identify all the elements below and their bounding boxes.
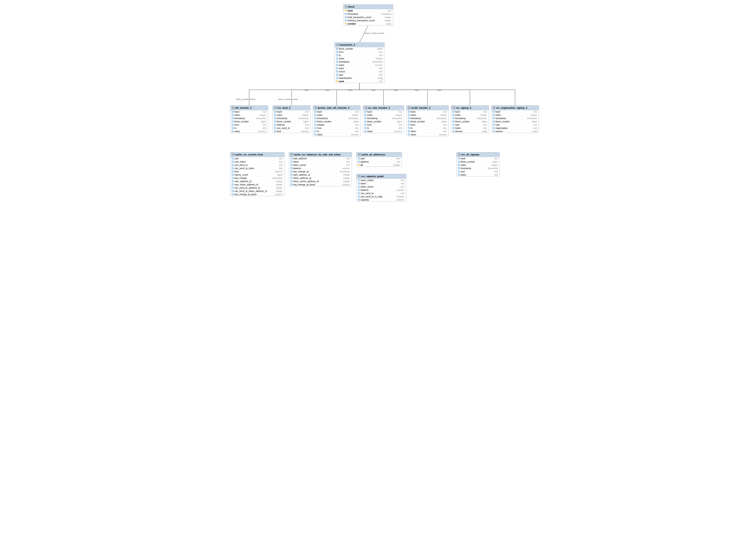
column-name: number [345,22,356,25]
svg-rect-106 [232,190,234,192]
field-icon [408,117,410,119]
table-row: balancenumeric [289,167,352,170]
table-header-eth_transfer_2: eth_transfer_2 [230,106,268,110]
column-type: text [494,174,498,176]
column-type: text [279,164,283,166]
column-type: text [279,157,283,160]
table-row: block_numberbigint [273,120,310,123]
column-type: text [346,161,350,163]
table-row: token_holdertext [356,179,406,182]
field-icon [336,54,338,56]
table-row: inputtext [335,67,384,70]
svg-rect-32 [336,74,338,76]
column-name: user_address_id [232,180,251,183]
table-title-cache_all_addresses: cache_all_addresses [361,153,385,156]
column-name-text: can_send_to_token_address_id [234,190,267,192]
column-type: text [399,124,402,126]
table-row: tokentext [457,173,500,176]
column-name-text: token [461,174,466,176]
table-row: fromtext [335,50,384,54]
pk-icon [345,23,347,25]
table-row: timestamptimestamp [230,117,268,120]
column-name-text: index [277,114,282,116]
column-name: user_token_address_id [232,183,258,186]
field-icon [290,174,293,176]
column-name-text: classification [339,77,352,79]
column-name: block_number [232,120,249,123]
field-icon [290,167,293,169]
table-title-crc_signup_2: crc_signup_2 [456,107,471,109]
table-row: typetext [335,73,384,77]
column-name: timestamp [232,117,245,120]
column-name: balance [358,189,369,191]
column-name-text: from [234,124,239,126]
table-row: valuenumeric [313,133,360,136]
table-row: F hashtext [313,110,360,114]
column-type: numeric [351,134,359,136]
svg-point-119 [358,164,359,165]
column-name-text: nonce [339,70,345,73]
column-name: nonce [336,70,345,73]
table-row: capacitynumeric [356,198,406,201]
column-name-text: index [455,114,461,116]
table-row: block_numberbigint [230,120,268,123]
column-name-text: limit [277,130,281,133]
table-transaction_2: transaction_2 F block_numberbigint fromt… [335,42,385,83]
column-type: text [263,124,266,126]
svg-rect-134 [458,171,460,172]
column-name-text: can_send_to_address_id [234,187,260,189]
table-row: usertext [230,157,284,160]
column-name: limit [274,130,281,133]
svg-rect-128 [358,196,360,197]
svg-rect-86 [453,127,454,129]
column-name: to [232,127,236,129]
table-title-transaction_2: transaction_2 [340,43,355,46]
column-name-text: value [339,64,344,66]
column-type: text [401,179,404,182]
svg-rect-56 [314,114,316,116]
fk-icon: F [408,111,410,113]
column-name: type [336,74,343,76]
column-type: text [305,127,309,129]
column-type: text [443,130,447,133]
table-row: valuenumeric [230,130,268,133]
table-row: totext [313,130,360,133]
column-type: integer [376,57,383,60]
column-name-text: last_change [234,177,247,179]
svg-rect-61 [314,130,316,132]
column-type: bigint [493,161,498,163]
svg-rect-104 [232,184,234,186]
field-icon [336,61,338,63]
svg-text:F: F [453,111,454,113]
table-row: last_change_at_blocknumeric [230,193,284,196]
svg-rect-127 [358,192,360,194]
svg-rect-87 [453,130,454,132]
column-name-text: block_number [455,120,470,123]
field-icon [358,179,360,181]
field-icon [345,13,347,15]
column-name: token [452,127,461,129]
field-icon [314,124,316,126]
svg-rect-28 [336,61,338,63]
field-icon [232,167,234,169]
column-type: numeric [275,193,283,196]
column-type: timestamp [527,117,537,120]
table-crc_signup_2: crc_signup_2 F hashtext indexinteger tim… [451,105,489,133]
grid-icon [274,107,277,109]
column-name: value [408,133,416,136]
table-row: indexinteger [313,114,360,117]
fk-icon: F [336,48,338,50]
column-type: bigint [353,120,359,123]
table-header-crc_hub_transfer_2: crc_hub_transfer_2 [363,106,404,110]
table-row: F hashtext [406,110,448,114]
svg-rect-124 [358,183,360,184]
table-row: numberbigint [343,22,393,25]
column-type: text [355,127,359,129]
table-header-gnosis_safe_eth_transfer_2: gnosis_safe_eth_transfer_2 [313,106,360,110]
column-name-text: hash [411,110,416,113]
table-row: indexinteger [230,114,268,117]
fk-icon: F [232,111,234,113]
column-type: bigint [261,120,266,123]
field-icon [452,117,455,119]
column-name-text: type [361,157,365,160]
